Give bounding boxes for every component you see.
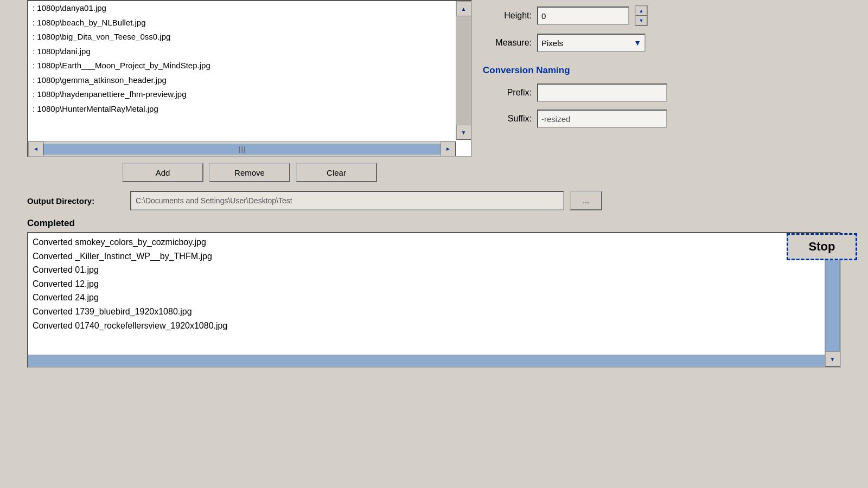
measure-value: Pixels bbox=[541, 38, 563, 48]
list-item: 1080p\beach_by_NLBullet.jpg bbox=[28, 16, 455, 30]
measure-label: Measure: bbox=[483, 38, 532, 48]
list-item: 1080p\danya01.jpg bbox=[28, 1, 455, 16]
file-list-scrollbar-v: ▲ ▼ bbox=[456, 1, 471, 140]
main-container: 1080p\danya01.jpg1080p\beach_by_NLBullet… bbox=[0, 0, 868, 488]
table-row: Converted 24.jpg bbox=[33, 291, 819, 305]
prefix-row: Prefix: bbox=[483, 84, 732, 102]
scroll-track-v bbox=[456, 16, 471, 125]
add-button[interactable]: Add bbox=[122, 163, 203, 182]
scroll-thumb-h[interactable]: |||| bbox=[43, 144, 441, 155]
conversion-naming-title: Conversion Naming bbox=[483, 65, 732, 76]
table-row: Converted 12.jpg bbox=[33, 277, 819, 291]
left-panel: 1080p\danya01.jpg1080p\beach_by_NLBullet… bbox=[0, 0, 472, 488]
list-item: 1080p\Earth___Moon_Project_by_MindStep.j… bbox=[28, 59, 455, 73]
completed-scroll-track[interactable] bbox=[825, 248, 840, 351]
measure-dropdown-icon: ▼ bbox=[634, 38, 641, 47]
height-label: Height: bbox=[483, 11, 532, 21]
suffix-row: Suffix: bbox=[483, 110, 732, 128]
completed-scroll-down-btn[interactable]: ▼ bbox=[825, 351, 840, 367]
file-list-scrollbar-h: ◄ |||| ► bbox=[28, 141, 456, 156]
measure-row: Measure: Pixels ▼ bbox=[483, 34, 732, 52]
list-item: 1080p\dani.jpg bbox=[28, 44, 455, 59]
scroll-right-btn[interactable]: ► bbox=[441, 142, 456, 157]
table-row: Converted 1739_bluebird_1920x1080.jpg bbox=[33, 305, 819, 319]
list-item: 1080p\HunterMentalRayMetal.jpg bbox=[28, 102, 455, 117]
completed-list-container: Converted smokey_colors_by_cozmicboy.jpg… bbox=[27, 232, 841, 368]
list-item: 1080p\big_Dita_von_Teese_0ss0.jpg bbox=[28, 30, 455, 44]
conversion-naming-section: Conversion Naming Prefix: Suffix: bbox=[483, 60, 732, 136]
completed-section: Completed Converted smokey_colors_by_coz… bbox=[27, 218, 841, 368]
height-spinner-down[interactable]: ▼ bbox=[635, 16, 647, 25]
prefix-label: Prefix: bbox=[483, 88, 532, 98]
scroll-up-btn[interactable]: ▲ bbox=[456, 1, 471, 16]
file-list-container: 1080p\danya01.jpg1080p\beach_by_NLBullet… bbox=[27, 0, 472, 157]
stop-button[interactable]: Stop bbox=[787, 233, 857, 260]
table-row: Converted smokey_colors_by_cozmicboy.jpg bbox=[33, 235, 819, 249]
suffix-input[interactable] bbox=[537, 110, 667, 128]
clear-button[interactable]: Clear bbox=[296, 163, 377, 182]
file-list-inner: 1080p\danya01.jpg1080p\beach_by_NLBullet… bbox=[28, 1, 455, 156]
suffix-label: Suffix: bbox=[483, 114, 532, 124]
list-item: 1080p\haydenpanettiere_fhm-preview.jpg bbox=[28, 87, 455, 102]
buttons-row: Add Remove Clear bbox=[27, 163, 472, 182]
height-row: Height: ▲ ▼ bbox=[483, 5, 732, 26]
scroll-left-btn[interactable]: ◄ bbox=[28, 142, 43, 157]
completed-scrollbar-h[interactable] bbox=[28, 355, 825, 367]
remove-button[interactable]: Remove bbox=[209, 163, 290, 182]
table-row: Converted 01740_rockefellersview_1920x10… bbox=[33, 319, 819, 333]
height-spinner-up[interactable]: ▲ bbox=[635, 6, 647, 16]
measure-select[interactable]: Pixels ▼ bbox=[537, 34, 646, 52]
table-row: Converted _Killer_Instinct_WP__by_THFM.j… bbox=[33, 249, 819, 264]
stop-btn-container: Stop bbox=[787, 233, 857, 260]
list-item: 1080p\gemma_atkinson_header.jpg bbox=[28, 73, 455, 88]
output-directory-label: Output Directory: bbox=[27, 196, 125, 206]
height-spinner: ▲ ▼ bbox=[635, 5, 648, 26]
completed-list-inner: Converted smokey_colors_by_cozmicboy.jpg… bbox=[28, 233, 824, 367]
scroll-down-btn[interactable]: ▼ bbox=[456, 125, 471, 140]
height-input[interactable] bbox=[537, 7, 629, 25]
prefix-input[interactable] bbox=[537, 84, 667, 102]
table-row: Converted 01.jpg bbox=[33, 263, 819, 277]
